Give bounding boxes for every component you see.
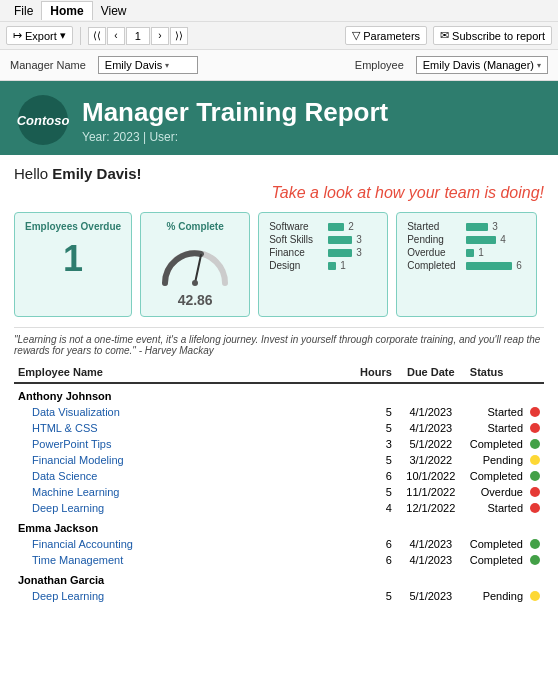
status-dot bbox=[530, 439, 540, 449]
status-dot bbox=[530, 407, 540, 417]
course-hours: 6 bbox=[346, 552, 396, 568]
status-text: Started bbox=[488, 422, 523, 434]
menu-bar: File Home View bbox=[0, 0, 558, 22]
course-name: Financial Accounting bbox=[14, 536, 346, 552]
parameter-row: Manager Name Emily Davis ▾ Employee Emil… bbox=[0, 50, 558, 81]
col-due-date: Due Date bbox=[396, 362, 466, 383]
status-text: Overdue bbox=[481, 486, 523, 498]
status-started: Started 3 bbox=[407, 221, 526, 232]
menu-home[interactable]: Home bbox=[41, 1, 92, 20]
course-status: Started bbox=[466, 420, 544, 436]
employee-name: Anthony Johnson bbox=[14, 383, 544, 404]
report-title: Manager Training Report bbox=[82, 97, 540, 128]
course-hours: 6 bbox=[346, 536, 396, 552]
course-row: Machine Learning511/1/2022Overdue bbox=[14, 484, 544, 500]
navigation-controls: ⟨⟨ ‹ › ⟩⟩ bbox=[88, 27, 188, 45]
menu-view[interactable]: View bbox=[93, 2, 135, 20]
course-due-date: 4/1/2023 bbox=[396, 404, 466, 420]
course-status: Pending bbox=[466, 452, 544, 468]
nav-first[interactable]: ⟨⟨ bbox=[88, 27, 106, 45]
employee-label: Employee bbox=[355, 59, 404, 71]
course-due-date: 4/1/2023 bbox=[396, 420, 466, 436]
course-due-date: 12/1/2022 bbox=[396, 500, 466, 516]
gauge bbox=[155, 238, 235, 288]
separator bbox=[80, 27, 81, 45]
status-text: Pending bbox=[483, 454, 523, 466]
hello-section: Hello Emily Davis! Take a look at how yo… bbox=[0, 155, 558, 206]
logo-text: Contoso bbox=[17, 113, 70, 128]
status-list: Started 3 Pending 4 Overdue 1 Completed … bbox=[407, 221, 526, 271]
status-dot bbox=[530, 423, 540, 433]
page-number[interactable] bbox=[126, 27, 150, 45]
status-text: Completed bbox=[470, 438, 523, 450]
course-name: Time Management bbox=[14, 552, 346, 568]
col-status: Status bbox=[466, 362, 544, 383]
col-employee-name: Employee Name bbox=[14, 362, 346, 383]
course-due-date: 5/1/2023 bbox=[396, 588, 466, 604]
cat-software: Software 2 bbox=[269, 221, 377, 232]
toolbar: ↦ Export ▾ ⟨⟨ ‹ › ⟩⟩ ▽ Parameters ✉ Subs… bbox=[0, 22, 558, 50]
course-status: Completed bbox=[466, 552, 544, 568]
export-button[interactable]: ↦ Export ▾ bbox=[6, 26, 73, 45]
report-subtitle: Year: 2023 | User: bbox=[82, 130, 540, 144]
subscribe-button[interactable]: ✉ Subscribe to report bbox=[433, 26, 552, 45]
svg-point-1 bbox=[192, 280, 198, 286]
employee-row: Emma Jackson bbox=[14, 516, 544, 536]
course-name: PowerPoint Tips bbox=[14, 436, 346, 452]
manager-select[interactable]: Emily Davis ▾ bbox=[98, 56, 198, 74]
stats-row: Employees Overdue 1 % Complete 42.86 Sof… bbox=[0, 206, 558, 323]
overdue-box: Employees Overdue 1 bbox=[14, 212, 132, 317]
status-dot bbox=[530, 555, 540, 565]
manager-label: Manager Name bbox=[10, 59, 86, 71]
tagline: Take a look at how your team is doing! bbox=[14, 184, 544, 202]
status-text: Started bbox=[488, 406, 523, 418]
status-dot bbox=[530, 539, 540, 549]
toolbar-right: ▽ Parameters ✉ Subscribe to report bbox=[345, 26, 552, 45]
complete-label: % Complete bbox=[151, 221, 239, 232]
status-text: Completed bbox=[470, 554, 523, 566]
course-status: Completed bbox=[466, 436, 544, 452]
course-hours: 5 bbox=[346, 420, 396, 436]
menu-file[interactable]: File bbox=[6, 2, 41, 20]
status-dot bbox=[530, 487, 540, 497]
status-text: Completed bbox=[470, 538, 523, 550]
course-due-date: 10/1/2022 bbox=[396, 468, 466, 484]
status-dot bbox=[530, 503, 540, 513]
filter-icon: ▽ bbox=[352, 29, 360, 42]
course-hours: 6 bbox=[346, 468, 396, 484]
nav-prev[interactable]: ‹ bbox=[107, 27, 125, 45]
categories-box: Software 2 Soft Skills 3 Finance 3 Desig… bbox=[258, 212, 388, 317]
complete-value: 42.86 bbox=[151, 292, 239, 308]
overdue-label: Employees Overdue bbox=[25, 221, 121, 232]
export-icon: ↦ bbox=[13, 29, 22, 42]
course-status: Overdue bbox=[466, 484, 544, 500]
complete-box: % Complete 42.86 bbox=[140, 212, 250, 317]
col-hours: Hours bbox=[346, 362, 396, 383]
course-row: Financial Modeling53/1/2022Pending bbox=[14, 452, 544, 468]
svg-line-0 bbox=[195, 255, 201, 283]
header-title-area: Manager Training Report Year: 2023 | Use… bbox=[82, 97, 540, 144]
cat-design: Design 1 bbox=[269, 260, 377, 271]
employee-row: Jonathan Garcia bbox=[14, 568, 544, 588]
status-text: Pending bbox=[483, 590, 523, 602]
logo-circle: Contoso bbox=[18, 95, 68, 145]
course-row: PowerPoint Tips35/1/2022Completed bbox=[14, 436, 544, 452]
overdue-value: 1 bbox=[25, 238, 121, 280]
course-due-date: 4/1/2023 bbox=[396, 536, 466, 552]
course-row: Financial Accounting64/1/2023Completed bbox=[14, 536, 544, 552]
parameters-button[interactable]: ▽ Parameters bbox=[345, 26, 427, 45]
course-status: Pending bbox=[466, 588, 544, 604]
course-hours: 3 bbox=[346, 436, 396, 452]
course-due-date: 11/1/2022 bbox=[396, 484, 466, 500]
nav-last[interactable]: ⟩⟩ bbox=[170, 27, 188, 45]
employee-select[interactable]: Emily Davis (Manager) ▾ bbox=[416, 56, 548, 74]
course-hours: 5 bbox=[346, 404, 396, 420]
nav-next[interactable]: › bbox=[151, 27, 169, 45]
course-name: Financial Modeling bbox=[14, 452, 346, 468]
table-wrapper: Employee Name Hours Due Date Status Anth… bbox=[0, 362, 558, 604]
status-overdue: Overdue 1 bbox=[407, 247, 526, 258]
hello-text: Hello Emily Davis! bbox=[14, 165, 544, 182]
training-table: Employee Name Hours Due Date Status Anth… bbox=[14, 362, 544, 604]
course-status: Started bbox=[466, 404, 544, 420]
course-row: Time Management64/1/2023Completed bbox=[14, 552, 544, 568]
